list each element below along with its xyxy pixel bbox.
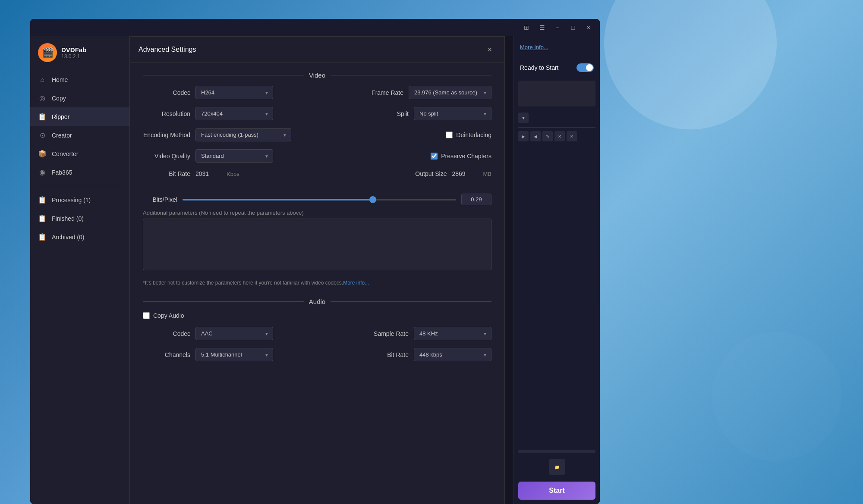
video-section-title: Video	[309, 72, 325, 79]
bits-pixel-slider[interactable]	[183, 199, 456, 200]
bitrate-group: Bit Rate 2031 Kbps	[143, 170, 313, 177]
minimize-button[interactable]: −	[551, 22, 564, 34]
quality-preserve-row: Video Quality Standard High Low Custom	[143, 149, 491, 163]
deinterlacing-checkbox[interactable]	[446, 131, 453, 138]
start-button[interactable]: Start	[518, 482, 595, 500]
quality-select[interactable]: Standard High Low Custom	[195, 149, 273, 163]
ready-toggle[interactable]	[576, 63, 594, 72]
sidebar-label-finished: Finished (0)	[52, 215, 84, 222]
app-window: ⊞ ☰ − □ × 🎬 DVDFab 13.0.2.1 ⌂ Hom	[30, 19, 600, 504]
copy-audio-row: Copy Audio	[143, 312, 491, 319]
codec-select-wrapper: H264 H265 MPEG4	[195, 86, 273, 99]
sidebar-item-creator[interactable]: ⊙ Creator	[30, 126, 129, 144]
main-content: Advanced Settings × Video	[129, 36, 513, 504]
params-note: *It's better not to customize the parame…	[130, 276, 504, 289]
sidebar: 🎬 DVDFab 13.0.2.1 ⌂ Home ◎ Copy 📋	[30, 36, 129, 504]
audio-section-header: Audio	[130, 289, 504, 312]
sidebar-item-processing[interactable]: 📋 Processing (1)	[30, 191, 129, 209]
encoding-group: Encoding Method Fast encoding (1-pass) H…	[143, 128, 313, 141]
framerate-select[interactable]: 23.976 (Same as source) 24 25 29.97 30	[409, 86, 491, 99]
modal-close-button[interactable]: ×	[484, 44, 496, 56]
sidebar-divider	[38, 186, 122, 186]
folder-button[interactable]: 📁	[549, 459, 565, 475]
sidebar-item-converter[interactable]: 📦 Converter	[30, 144, 129, 163]
mark-btn[interactable]: ✕	[554, 131, 565, 141]
bitrate-outputsize-row: Bit Rate 2031 Kbps Output Size 2869 MB	[143, 170, 491, 177]
copy-audio-group: Copy Audio	[143, 312, 491, 319]
section-line-right	[331, 75, 491, 75]
sidebar-label-home: Home	[52, 76, 68, 83]
split-select[interactable]: No split By size By time	[414, 107, 491, 120]
finished-icon: 📋	[38, 214, 47, 222]
output-size-group: Output Size 2869 MB	[321, 170, 491, 177]
sidebar-item-archived[interactable]: 📋 Archived (0)	[30, 228, 129, 246]
sidebar-label-converter: Converter	[52, 150, 78, 157]
ready-to-start: Ready to Start	[518, 58, 595, 77]
channels-select-wrapper: 5.1 Multichannel Stereo Mono	[195, 348, 273, 361]
close-media-btn[interactable]: ✕	[567, 131, 577, 141]
section-line-left	[143, 75, 304, 75]
more-info-link[interactable]: More info...	[343, 280, 369, 286]
sidebar-label-fab365: Fab365	[52, 169, 72, 176]
quality-group: Video Quality Standard High Low Custom	[143, 149, 313, 163]
fab365-icon: ◉	[38, 168, 47, 176]
right-panel-bottom: 📁 Start	[518, 446, 595, 500]
audio-codec-samplerate-row: Codec AAC MP3 AC3 DTS	[143, 327, 491, 340]
video-form-section: Codec H264 H265 MPEG4	[130, 86, 504, 194]
ready-label: Ready to Start	[520, 64, 559, 71]
creator-icon: ⊙	[38, 131, 47, 139]
archived-icon: 📋	[38, 233, 47, 241]
framerate-select-wrapper: 23.976 (Same as source) 24 25 29.97 30	[409, 86, 491, 99]
channels-select[interactable]: 5.1 Multichannel Stereo Mono	[195, 348, 273, 361]
sidebar-item-home[interactable]: ⌂ Home	[30, 71, 129, 89]
prev-btn[interactable]: ◀	[530, 131, 541, 141]
preserve-checkbox-group: Preserve Chapters	[431, 153, 491, 160]
resolution-select[interactable]: 720x404 1280x720 1920x1080	[195, 107, 273, 120]
sample-rate-select-wrapper: 48 KHz 44.1 KHz 32 KHz	[414, 327, 491, 340]
preserve-chapters-checkbox[interactable]	[431, 153, 438, 160]
channels-label: Channels	[143, 351, 190, 358]
panel-divider	[518, 127, 595, 128]
copy-audio-checkbox[interactable]	[143, 312, 150, 319]
audio-line-right	[331, 301, 491, 302]
audio-bitrate-select-wrapper: 448 kbps 320 kbps 256 kbps 192 kbps 128 …	[414, 348, 491, 361]
params-label: Additional parameters (No need to repeat…	[143, 210, 491, 216]
deinterlacing-label: Deinterlacing	[456, 131, 491, 138]
encoding-select[interactable]: Fast encoding (1-pass) High quality enco…	[195, 128, 291, 141]
quality-select-wrapper: Standard High Low Custom	[195, 149, 273, 163]
sidebar-label-archived: Archived (0)	[52, 234, 84, 241]
bitrate-value: 2031	[195, 170, 221, 177]
encoding-deinterlace-row: Encoding Method Fast encoding (1-pass) H…	[143, 128, 491, 141]
codec-select[interactable]: H264 H265 MPEG4	[195, 86, 273, 99]
logo-text-group: DVDFab 13.0.2.1	[61, 46, 86, 59]
sidebar-item-finished[interactable]: 📋 Finished (0)	[30, 209, 129, 228]
audio-bitrate-label: Bit Rate	[370, 351, 409, 358]
params-textarea[interactable]	[143, 219, 491, 270]
scrollbar[interactable]	[518, 450, 595, 453]
close-button[interactable]: ×	[583, 22, 595, 34]
menu-button[interactable]: ☰	[536, 22, 548, 34]
edit-btn[interactable]: ✎	[542, 131, 553, 141]
channels-group: Channels 5.1 Multichannel Stereo Mono	[143, 348, 313, 361]
audio-bitrate-group: Bit Rate 448 kbps 320 kbps 256 kbps 192 …	[321, 348, 491, 361]
converter-icon: 📦	[38, 150, 47, 158]
audio-bitrate-select[interactable]: 448 kbps 320 kbps 256 kbps 192 kbps 128 …	[414, 348, 491, 361]
modal-title: Advanced Settings	[139, 46, 196, 53]
bitrate-unit: Kbps	[227, 171, 239, 177]
additional-params-section: Additional parameters (No need to repeat…	[130, 210, 504, 276]
encoding-label: Encoding Method	[143, 131, 190, 138]
audio-codec-select[interactable]: AAC MP3 AC3 DTS	[195, 327, 273, 340]
sidebar-item-fab365[interactable]: ◉ Fab365	[30, 163, 129, 182]
resolution-group: Resolution 720x404 1280x720 1920x1080	[143, 107, 313, 120]
sample-rate-select[interactable]: 48 KHz 44.1 KHz 32 KHz	[414, 327, 491, 340]
more-info-link[interactable]: More Info...	[518, 41, 595, 54]
play-btn[interactable]: ▶	[518, 131, 529, 141]
sidebar-item-ripper[interactable]: 📋 Ripper	[30, 107, 129, 126]
note-text: *It's better not to customize the parame…	[143, 280, 343, 286]
dropdown-btn[interactable]: ▼	[518, 113, 529, 123]
apps-button[interactable]: ⊞	[520, 22, 532, 34]
copy-audio-label: Copy Audio	[153, 312, 184, 319]
sidebar-item-copy[interactable]: ◎ Copy	[30, 89, 129, 107]
title-bar: ⊞ ☰ − □ ×	[30, 19, 600, 36]
maximize-button[interactable]: □	[567, 22, 579, 34]
